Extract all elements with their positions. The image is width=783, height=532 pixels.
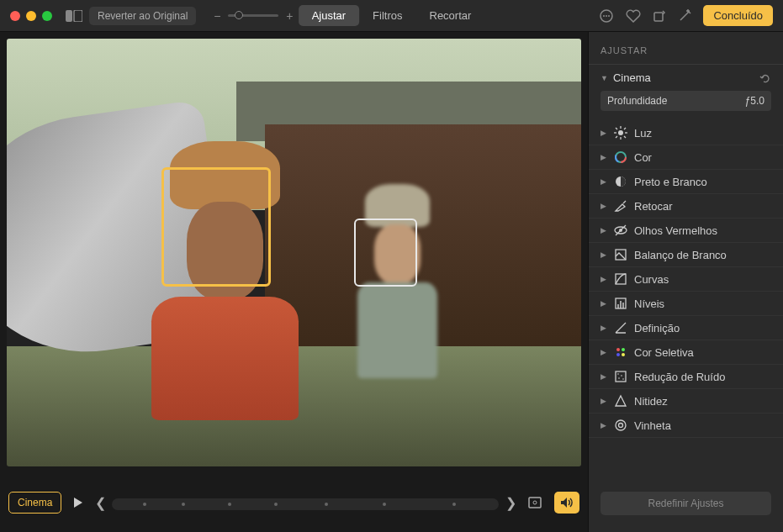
adjust-label: Balanço de Branco	[634, 249, 727, 261]
svg-rect-0	[66, 10, 72, 22]
svg-rect-26	[616, 274, 626, 284]
adjust-icon	[614, 345, 627, 359]
adjust-icon	[614, 297, 627, 310]
fullscreen-window[interactable]	[42, 11, 52, 21]
adjust-label: Nitidez	[634, 395, 668, 408]
adjust-icon	[614, 199, 627, 213]
play-button[interactable]	[68, 492, 88, 513]
chevron-down-icon[interactable]: ▼	[600, 74, 608, 82]
svg-point-40	[616, 420, 626, 430]
adjustments-list: ▶Luz▶Cor▶Preto e Branco▶Retocar▶Olhos Ve…	[589, 118, 783, 483]
chevron-right-icon: ▶	[600, 324, 607, 332]
adjust-item-cor-seletiva[interactable]: ▶Cor Seletiva	[589, 340, 783, 365]
adjust-item-definição[interactable]: ▶Definição	[589, 316, 783, 340]
svg-point-37	[621, 375, 622, 377]
adjust-label: Cor	[634, 151, 652, 164]
adjust-label: Preto e Branco	[634, 176, 707, 188]
adjust-item-luz[interactable]: ▶Luz	[589, 121, 783, 145]
revert-button[interactable]: Reverter ao Original	[89, 7, 196, 25]
more-icon[interactable]	[599, 8, 614, 24]
adjust-label: Olhos Vermelhos	[634, 224, 717, 237]
trim-end-handle[interactable]: ❯	[505, 495, 516, 511]
video-canvas[interactable]	[7, 39, 581, 466]
timeline: Cinema ❮ ❯	[0, 473, 588, 532]
chevron-right-icon: ▶	[600, 397, 607, 405]
favorite-icon[interactable]	[626, 9, 641, 23]
adjust-item-nitidez[interactable]: ▶Nitidez	[589, 389, 783, 413]
svg-rect-35	[616, 371, 626, 382]
adjust-label: Redução de Ruído	[634, 371, 725, 383]
focus-box-secondary[interactable]	[354, 219, 417, 287]
close-window[interactable]	[10, 11, 20, 21]
focus-mode-button[interactable]	[522, 492, 548, 514]
done-button[interactable]: Concluído	[703, 5, 773, 26]
adjust-sidebar: AJUSTAR ▼ Cinema Profundidade ƒ5.0 ▶Luz▶…	[588, 32, 783, 532]
adjust-label: Curvas	[634, 273, 669, 286]
cinema-mode-button[interactable]: Cinema	[8, 492, 61, 514]
trim-start-handle[interactable]: ❮	[95, 495, 105, 511]
adjust-item-curvas[interactable]: ▶Curvas	[589, 267, 783, 292]
adjust-icon	[614, 419, 627, 432]
adjust-item-redução-de-ruído[interactable]: ▶Redução de Ruído	[589, 365, 783, 389]
chevron-right-icon: ▶	[600, 348, 607, 356]
adjust-label: Retocar	[634, 200, 673, 213]
focus-box-primary[interactable]	[161, 167, 271, 287]
adjust-icon	[614, 126, 627, 140]
rotate-icon[interactable]	[653, 9, 666, 23]
sidebar-toggle-icon[interactable]	[66, 8, 82, 24]
zoom-slider[interactable]	[228, 14, 278, 17]
adjust-icon	[614, 150, 627, 164]
adjust-icon	[614, 224, 627, 237]
svg-point-39	[622, 378, 624, 380]
svg-rect-1	[74, 10, 82, 22]
adjust-icon	[614, 321, 627, 334]
adjust-item-olhos-vermelhos[interactable]: ▶Olhos Vermelhos	[589, 219, 783, 243]
reset-adjustments-button[interactable]: Redefinir Ajustes	[600, 492, 771, 515]
adjust-icon	[614, 272, 627, 286]
svg-rect-7	[529, 498, 541, 508]
depth-control[interactable]: Profundidade ƒ5.0	[600, 91, 771, 111]
sidebar-header: AJUSTAR	[589, 40, 783, 65]
svg-point-33	[616, 353, 620, 356]
adjust-item-níveis[interactable]: ▶Níveis	[589, 292, 783, 316]
chevron-right-icon: ▶	[600, 202, 607, 210]
adjust-item-preto-e-branco[interactable]: ▶Preto e Branco	[589, 170, 783, 194]
chevron-right-icon: ▶	[600, 421, 607, 429]
adjust-label: Definição	[634, 322, 680, 334]
auto-enhance-icon[interactable]	[678, 9, 691, 23]
chevron-right-icon: ▶	[600, 250, 607, 259]
tab-adjust[interactable]: Ajustar	[299, 5, 359, 26]
adjust-label: Níveis	[634, 298, 664, 310]
volume-button[interactable]	[554, 492, 579, 514]
svg-point-38	[618, 377, 620, 379]
svg-point-5	[608, 15, 610, 17]
chevron-right-icon: ▶	[600, 129, 607, 137]
adjust-icon	[614, 370, 627, 383]
scrubber-track[interactable]	[112, 498, 499, 510]
minimize-window[interactable]	[26, 11, 36, 21]
edit-mode-tabs: Ajustar Filtros Recortar	[299, 5, 485, 26]
zoom-out-button[interactable]: −	[211, 9, 223, 23]
chevron-right-icon: ▶	[600, 372, 607, 381]
adjust-item-vinheta[interactable]: ▶Vinheta	[589, 413, 783, 438]
adjust-icon	[614, 248, 627, 261]
svg-point-41	[619, 424, 623, 428]
adjust-icon	[614, 394, 627, 408]
tab-filters[interactable]: Filtros	[359, 5, 415, 26]
svg-point-32	[622, 348, 625, 351]
cinema-section-label[interactable]: Cinema	[613, 71, 651, 84]
svg-rect-6	[654, 13, 663, 21]
reset-cinema-icon[interactable]	[759, 72, 771, 84]
svg-point-34	[622, 353, 625, 356]
svg-line-17	[624, 128, 626, 129]
adjust-item-cor[interactable]: ▶Cor	[589, 145, 783, 170]
chevron-right-icon: ▶	[600, 275, 607, 283]
svg-point-8	[533, 501, 537, 504]
viewer-area: Cinema ❮ ❯	[0, 32, 588, 532]
svg-point-3	[603, 15, 605, 17]
zoom-in-button[interactable]: +	[283, 9, 295, 23]
tab-crop[interactable]: Recortar	[416, 5, 485, 26]
window-controls	[10, 11, 52, 21]
adjust-item-retocar[interactable]: ▶Retocar	[589, 194, 783, 219]
adjust-item-balanço-de-branco[interactable]: ▶Balanço de Branco	[589, 243, 783, 267]
